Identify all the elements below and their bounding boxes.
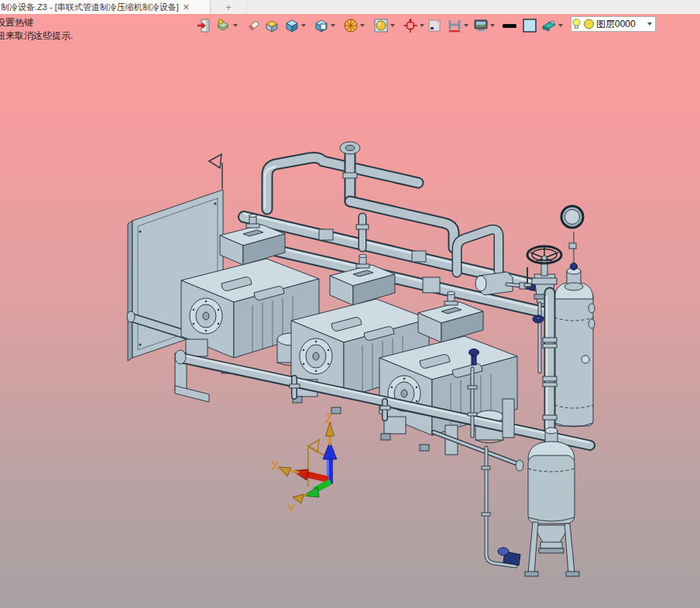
- x-axis-label: X: [271, 459, 280, 472]
- new-tab-button[interactable]: +: [211, 0, 247, 14]
- model-canvas[interactable]: Z X Y: [0, 14, 700, 608]
- y-axis-label: Y: [287, 503, 296, 516]
- axis-triad: Z X Y: [271, 412, 337, 516]
- oil-separator-tank: [554, 232, 595, 427]
- active-document-tab[interactable]: 制冷设备.Z3 - [串联式管道制冷压缩机制冷设备] ✕: [0, 0, 211, 14]
- graphics-viewport[interactable]: 设置热键 钮来取消这些提示.: [0, 14, 700, 608]
- z-axis-label: Z: [325, 412, 333, 425]
- oil-collector-vessel: [498, 428, 579, 576]
- tab-bar: 制冷设备.Z3 - [串联式管道制冷压缩机制冷设备] ✕ +: [0, 0, 700, 15]
- pressure-gauge: [561, 206, 583, 249]
- tab-close-icon[interactable]: ✕: [183, 3, 190, 12]
- document-tab-title: 制冷设备.Z3 - [串联式管道制冷压缩机制冷设备]: [1, 2, 179, 13]
- compressor-assembly-model: Z X Y: [127, 142, 595, 576]
